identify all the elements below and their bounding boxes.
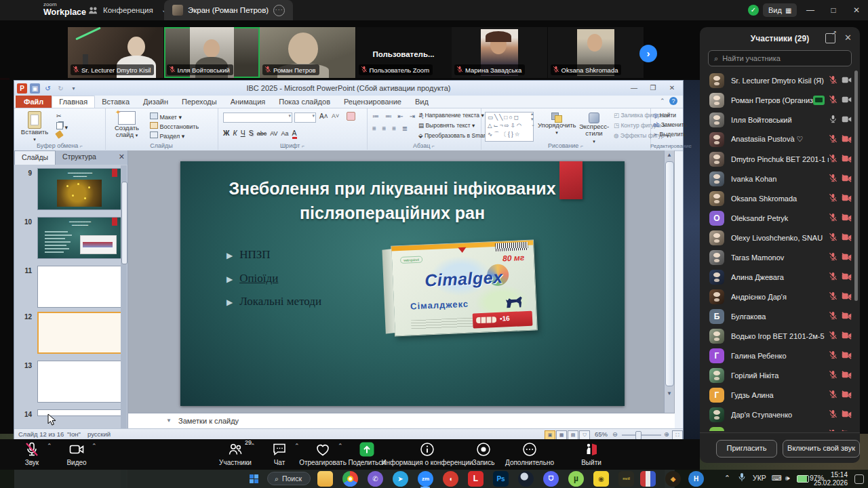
- participant-row[interactable]: СКолбун(Деркач)Софія2101-1м5: [700, 424, 860, 431]
- clock[interactable]: 15:14 25.02.2026: [814, 471, 848, 487]
- slide-bullet[interactable]: ▶Опіоїди: [226, 272, 278, 285]
- copy-button[interactable]: ▾: [56, 122, 68, 131]
- font-glyph-button[interactable]: А: [292, 129, 297, 139]
- section-button[interactable]: Раздел ▾: [150, 131, 184, 140]
- volume-icon[interactable]: 🕪: [785, 474, 790, 483]
- zoom-minimize-button[interactable]: —: [799, 0, 822, 20]
- ribbon-tab-3[interactable]: Дизайн: [136, 96, 175, 108]
- telegram-icon[interactable]: ➤: [393, 471, 408, 487]
- video-thumbnail[interactable]: Роман Петров: [260, 27, 355, 78]
- touch-keyboard-icon[interactable]: ⌨: [772, 474, 782, 482]
- cut-button[interactable]: ✂: [56, 113, 62, 119]
- reset-button[interactable]: Восстановить: [150, 122, 199, 130]
- ppt-close-button[interactable]: ✕: [663, 82, 682, 94]
- format-painter-button[interactable]: [56, 131, 62, 139]
- reading-view-button[interactable]: ▤: [568, 430, 578, 440]
- find-button[interactable]: ◎ Найти: [653, 112, 676, 119]
- participant-row[interactable]: Дар'я Ступаченко: [700, 405, 860, 424]
- current-slide[interactable]: Знеболення при лікуванні інфікованих піс…: [180, 161, 625, 406]
- zoom-out-button[interactable]: ⊖: [612, 430, 618, 438]
- font-glyph-button[interactable]: AV: [270, 130, 277, 137]
- participant-row[interactable]: Olexy Livoshchenko, SNAU: [700, 228, 860, 247]
- quick-styles-button[interactable]: Экспресс-стили▾: [576, 113, 612, 144]
- video-thumbnail[interactable]: Sr. Lecturer Dmytro Kisil: [68, 27, 163, 78]
- ppt-titlebar[interactable]: P ▣ ↺ ↻ ▾ IBC 2025 - Microsoft PowerPoin…: [14, 81, 683, 96]
- font-glyph-button[interactable]: Ч: [241, 129, 245, 137]
- zoom-maximize-button[interactable]: □: [822, 0, 845, 20]
- font-glyph-button[interactable]: S: [249, 129, 254, 137]
- language-indicator[interactable]: УКР: [753, 474, 766, 482]
- participant-row[interactable]: ББулгакова: [700, 306, 860, 326]
- font-size-combo[interactable]: [294, 113, 316, 123]
- ppt-minimize-button[interactable]: —: [625, 82, 644, 94]
- zoom-app-icon[interactable]: zm: [418, 471, 433, 487]
- photoshop-icon[interactable]: Ps: [493, 471, 509, 487]
- ppt-restore-button[interactable]: ❐: [644, 82, 663, 94]
- font-glyph-button[interactable]: Aa: [281, 130, 289, 137]
- participant-row[interactable]: Алина Джевага: [700, 267, 860, 287]
- ribbon-tab-1[interactable]: Главная: [52, 96, 95, 108]
- replace-button[interactable]: ab Заменить: [653, 121, 687, 128]
- flame-icon[interactable]: ◆: [665, 471, 681, 487]
- file-explorer-icon[interactable]: [317, 471, 333, 487]
- slide-title[interactable]: Знеболення при лікуванні інфікованих піс…: [208, 176, 577, 226]
- h-app-icon[interactable]: H: [688, 471, 704, 487]
- steam-icon[interactable]: [518, 471, 534, 487]
- participant-row[interactable]: Sr. Lecturer Dmytro Kisil (Я): [700, 70, 860, 90]
- slide-sorter-view-button[interactable]: ▦: [556, 430, 567, 440]
- toolbar-cam-button[interactable]: ⌃Видео: [26, 441, 127, 466]
- help-icon[interactable]: ?: [669, 97, 677, 105]
- select-button[interactable]: ➢ Выделить: [653, 131, 686, 138]
- align-buttons[interactable]: ≡ ≡ ≡ ≣: [372, 125, 410, 132]
- ribbon-tab-7[interactable]: Рецензирование: [337, 96, 408, 108]
- ribbon-collapse-icon[interactable]: ⌃: [660, 98, 665, 104]
- slide-thumbnail-11[interactable]: [37, 266, 123, 308]
- font-name-combo[interactable]: [223, 113, 292, 123]
- slide-thumbnail-12[interactable]: [37, 312, 123, 354]
- ribbon-tab-file[interactable]: Файл: [16, 96, 52, 108]
- participant-search-input[interactable]: ⌕ Найти участника: [708, 50, 852, 66]
- controller-icon[interactable]: [640, 471, 656, 487]
- participant-row[interactable]: Dmytro Pinchuk BET 2201-1 м5: [700, 149, 860, 169]
- notes-splitter-icon[interactable]: ▼: [166, 418, 172, 424]
- slide-thumbnail-9[interactable]: ▬▬▬▬▬▬▬▬▬▬▬▬▬▬: [37, 168, 123, 210]
- zoom-slider-track[interactable]: [622, 434, 661, 436]
- participant-row[interactable]: Taras Mamonov: [700, 247, 860, 267]
- participant-row[interactable]: OOleksandr Petryk: [700, 208, 860, 228]
- shrink-font-button[interactable]: А˅: [332, 113, 339, 119]
- tab-options-icon[interactable]: ···: [273, 5, 285, 16]
- align-text-button[interactable]: ▤ Выровнять текст ▾: [418, 122, 475, 129]
- slides-panel-close-icon[interactable]: ✕: [119, 152, 125, 161]
- discord-icon[interactable]: ᗜ: [543, 471, 559, 487]
- slide-thumbnail-10[interactable]: ▬▬▬▬▬▬▬▬▬▬▬▬▬▬: [37, 217, 123, 259]
- chevron-up-icon[interactable]: ⌃: [92, 443, 97, 449]
- text-direction-button[interactable]: ⇵ Направление текста ▾: [418, 112, 484, 119]
- zoom-close-button[interactable]: ✕: [845, 0, 868, 20]
- chrome-icon[interactable]: [342, 471, 358, 487]
- utorrent-icon[interactable]: µ: [568, 471, 584, 487]
- video-thumbnail[interactable]: Марина Завадська: [452, 27, 547, 78]
- grow-font-button[interactable]: А˄: [319, 113, 328, 120]
- tray-expand-icon[interactable]: ⌃: [724, 474, 730, 482]
- slideshow-view-button[interactable]: ⛉: [579, 430, 590, 440]
- shapes-gallery[interactable]: ▭╲╲□○◻△⌙¬⇨⇩◠∿⌒〔{}☆: [485, 112, 534, 142]
- notification-center-icon[interactable]: [854, 474, 864, 484]
- font-glyph-button[interactable]: abc: [257, 130, 267, 137]
- video-thumbnail[interactable]: Ілля Войтовський: [164, 27, 260, 78]
- arrange-button[interactable]: Упорядочить▾: [538, 113, 576, 136]
- participant-row[interactable]: Anastasiia Pustovà ♡: [700, 129, 860, 149]
- participants-close-icon[interactable]: ✕: [844, 33, 852, 43]
- fit-to-window-button[interactable]: ⛶: [672, 430, 683, 440]
- ribbon-tab-4[interactable]: Переходы: [175, 96, 224, 108]
- slide-thumbnail-13[interactable]: [37, 361, 123, 403]
- participant-row[interactable]: Водько Ігор ВЕТ 2101-2м-5: [700, 326, 860, 346]
- normal-view-button[interactable]: ▣: [545, 430, 555, 440]
- participant-row[interactable]: ГГудзь Алина: [700, 385, 860, 405]
- start-button[interactable]: [246, 471, 262, 487]
- view-button[interactable]: Вид ▦: [763, 3, 797, 17]
- ribbon-tab-6[interactable]: Показ слайдов: [272, 96, 337, 108]
- participant-row[interactable]: Oksana Shkromada: [700, 188, 860, 208]
- participant-row[interactable]: Ivanka Kohan: [700, 169, 860, 188]
- toolbar-leave-button[interactable]: Выйти: [540, 441, 642, 466]
- yellow-app-icon[interactable]: ◉: [593, 471, 609, 487]
